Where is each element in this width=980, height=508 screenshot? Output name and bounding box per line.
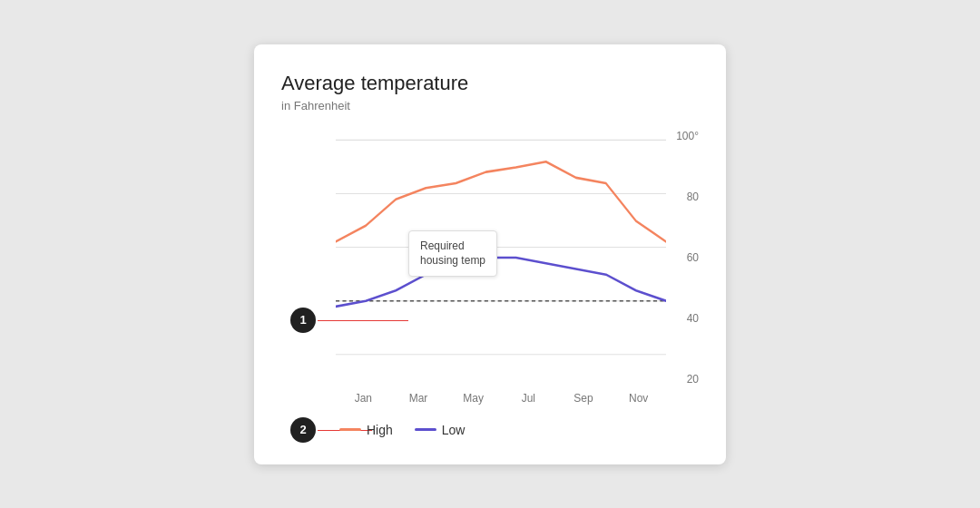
x-label-mar: Mar — [391, 392, 446, 405]
legend-line-high — [339, 428, 361, 431]
chart-area: Requiredhousing temp 100° 80 60 40 20 — [336, 131, 699, 385]
chart-inner: Requiredhousing temp — [336, 131, 666, 385]
chart-subtitle: in Fahrenheit — [281, 99, 699, 112]
y-label-60: 60 — [687, 252, 699, 263]
legend-item-high: High — [339, 423, 393, 437]
x-label-sep: Sep — [556, 392, 612, 405]
chart-title: Average temperature — [281, 72, 699, 95]
legend-item-low: Low — [415, 423, 466, 437]
x-label-jan: Jan — [336, 392, 391, 405]
y-label-40: 40 — [687, 313, 699, 324]
chart-svg — [336, 131, 666, 385]
legend-area: High Low — [336, 423, 699, 437]
x-label-nov: Nov — [611, 392, 666, 405]
x-label-jul: Jul — [501, 392, 556, 405]
legend-label-high: High — [367, 423, 393, 437]
x-axis-labels: Jan Mar May Jul Sep Nov — [336, 392, 699, 405]
x-label-may: May — [446, 392, 501, 405]
callout-2: 2 — [290, 417, 316, 443]
y-label-20: 20 — [687, 374, 699, 385]
legend-container: 2 High Low — [336, 423, 699, 437]
legend-label-low: Low — [442, 423, 466, 437]
y-label-80: 80 — [687, 191, 699, 202]
chart-card: Average temperature in Fahrenheit 1 — [254, 44, 726, 464]
y-label-100: 100° — [676, 131, 699, 142]
y-axis-labels: 100° 80 60 40 20 — [666, 131, 699, 385]
legend-line-low — [415, 428, 436, 431]
callout-1: 1 — [290, 308, 316, 333]
chart-wrapper: 1 — [336, 131, 699, 437]
